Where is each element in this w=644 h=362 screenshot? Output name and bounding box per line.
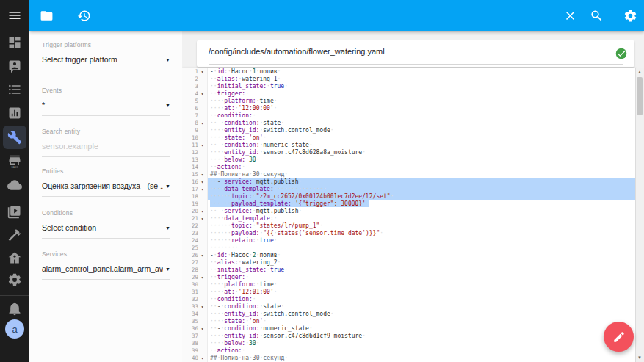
sidebar-item-developer-tools[interactable] xyxy=(6,226,23,244)
line-number: 5 xyxy=(182,98,198,105)
fold-arrow-icon: ▾ xyxy=(198,186,206,193)
code-line[interactable]: 38····below:·30· xyxy=(182,340,636,347)
sidebar-item-media-browser[interactable] xyxy=(6,203,23,220)
code-lines: 1▾-·id:·Насос·1·полив·2··alias:·watering… xyxy=(182,68,636,362)
close-button[interactable] xyxy=(561,7,579,24)
code-line[interactable]: 2··alias:·watering_1· xyxy=(182,76,636,83)
main-content: /config/includes/automation/flower_water… xyxy=(182,31,644,362)
code-line[interactable]: 19······payload_template:·'{"trigger":·3… xyxy=(182,200,636,208)
conditions-select[interactable]: Select condition ▼ xyxy=(42,222,170,234)
events-select[interactable]: * ▼ xyxy=(42,99,170,111)
sidebar-item-home-garden[interactable] xyxy=(6,249,23,267)
code-line[interactable]: 23······payload:·"{{·states('sensor.time… xyxy=(182,230,636,237)
search-entity-input[interactable]: sensor.example xyxy=(42,140,170,152)
fold-spacer xyxy=(198,112,206,120)
code-line[interactable]: 31····at:·'12:01:00'· xyxy=(182,289,636,296)
code-line[interactable]: 15▾##·Полив·на·30·секунд· xyxy=(182,171,636,178)
code-line[interactable]: 36▾··-·condition:·numeric_state· xyxy=(182,325,636,333)
scroll-down-arrow[interactable]: ▼ xyxy=(636,354,643,361)
avatar[interactable]: a xyxy=(5,319,24,339)
menu-icon[interactable] xyxy=(6,7,23,24)
code-line[interactable]: 37····entity_id:·sensor.c47c8d6d1cf9_moi… xyxy=(182,333,636,340)
settings-gear-icon xyxy=(623,9,637,23)
code-line[interactable]: 35····state:·'on'· xyxy=(182,318,636,325)
code-line[interactable]: 24······retain:·true· xyxy=(182,237,636,245)
code-line[interactable]: 6····at:·'12:00:00'· xyxy=(182,105,636,112)
notifications-button[interactable] xyxy=(6,300,23,317)
sidebar-item-overview[interactable] xyxy=(6,34,23,51)
line-number: 27 xyxy=(182,259,198,267)
code-line[interactable]: 7··condition:· xyxy=(182,112,636,120)
logbook-list-icon xyxy=(7,82,22,97)
code-line[interactable]: 34····entity_id:·switch.control_mode· xyxy=(182,311,636,318)
code-line[interactable]: 14··action:· xyxy=(182,164,636,171)
code-line[interactable]: 26▾-·id:·Насос·2·полив· xyxy=(182,252,636,259)
sidebar-item-settings[interactable] xyxy=(6,271,23,289)
field-label: Search entity xyxy=(42,128,170,135)
sidebar-item-logbook[interactable] xyxy=(6,81,23,98)
fold-spacer xyxy=(198,230,206,237)
trigger-platform-select[interactable]: Select trigger platform ▼ xyxy=(42,54,170,65)
services-select[interactable]: alarm_control_panel.alarm_arm_aw ... ▼ xyxy=(42,263,170,275)
folder-button[interactable] xyxy=(37,7,55,24)
code-line[interactable]: 30····platform:·time· xyxy=(182,281,636,289)
line-number: 18 xyxy=(182,193,198,200)
sidebar-item-file-editor[interactable] xyxy=(6,128,23,146)
fold-arrow-icon: ▾ xyxy=(198,355,206,362)
settings-button[interactable] xyxy=(621,7,639,24)
code-line[interactable]: 22······topic:·"states/lr/pump_1"· xyxy=(182,222,636,230)
fold-spacer xyxy=(198,281,206,289)
sidebar-item-map[interactable] xyxy=(6,57,23,75)
search-button[interactable] xyxy=(587,7,605,24)
code-line[interactable]: 5····platform:·time· xyxy=(182,98,636,105)
fold-spacer xyxy=(198,347,206,355)
code-line[interactable]: 12····entity_id:·sensor.c47c8d628a8a_moi… xyxy=(182,149,636,156)
code-line[interactable]: 32··condition:· xyxy=(182,296,636,303)
code-line[interactable]: 3··initial_state:·true· xyxy=(182,83,636,90)
code-line[interactable]: 4▾··trigger:· xyxy=(182,90,636,98)
code-line[interactable]: 20▾··-·service:·mqtt.publish· xyxy=(182,208,636,215)
fold-spacer xyxy=(198,245,206,252)
code-line[interactable]: 40▾##·Полив·на·30·секунд· xyxy=(182,355,636,362)
fold-spacer xyxy=(198,98,206,105)
hacs-label: HACS xyxy=(11,166,18,169)
sidebar-item-cloud[interactable] xyxy=(6,176,23,194)
code-line[interactable]: 27··alias:·watering_2· xyxy=(182,259,636,267)
code-line[interactable]: 28··initial_state:·true· xyxy=(182,267,636,274)
scroll-thumb[interactable] xyxy=(637,77,643,115)
code-line[interactable]: 9····entity_id:·switch.control_mode· xyxy=(182,127,636,134)
sidebar-item-history[interactable] xyxy=(6,104,23,122)
code-line[interactable]: 13····below:·30· xyxy=(182,156,636,164)
file-path-input[interactable]: /config/includes/automation/flower_water… xyxy=(209,47,385,56)
cloud-icon xyxy=(7,178,22,192)
code-line[interactable]: 25········ xyxy=(182,245,636,252)
code-line[interactable]: 11▾··-·condition:·numeric_state· xyxy=(182,142,636,149)
editor-scrollbar[interactable]: ▲ ▼ xyxy=(635,68,644,362)
history-icon xyxy=(77,9,91,23)
notifications-bell-icon xyxy=(7,301,22,316)
fold-spacer xyxy=(198,311,206,318)
pencil-icon xyxy=(612,330,626,344)
code-line[interactable]: 8▾··-·condition:·state· xyxy=(182,120,636,127)
code-line[interactable]: 1▾-·id:·Насос·1·полив· xyxy=(182,68,636,76)
edit-fab-button[interactable] xyxy=(604,322,634,352)
fold-spacer xyxy=(198,296,206,303)
line-number: 17 xyxy=(182,186,198,193)
line-number: 12 xyxy=(182,149,198,156)
entities-select[interactable]: Оценка загрязения воздуха - (se ... ▼ xyxy=(42,180,170,192)
code-line[interactable]: 21▾····data_template:· xyxy=(182,215,636,222)
code-line[interactable]: 39··action:· xyxy=(182,347,636,355)
fold-spacer xyxy=(198,267,206,274)
code-line[interactable]: 17▾····data_template:··············· xyxy=(182,186,636,193)
history-button[interactable] xyxy=(75,7,93,24)
sidebar-item-hacs[interactable]: HACS xyxy=(6,153,23,170)
code-editor[interactable]: 1▾-·id:·Насос·1·полив·2··alias:·watering… xyxy=(182,68,636,362)
field-label: Entities xyxy=(42,167,170,175)
code-line[interactable]: 10····state:·'on'· xyxy=(182,134,636,142)
code-line[interactable]: 18······topic:·"z2m_cc2652/0x00124b001ec… xyxy=(182,193,636,200)
code-line[interactable]: 29▾··trigger:· xyxy=(182,274,636,281)
field-label: Trigger platforms xyxy=(42,41,170,48)
code-line[interactable]: 16▾··-·service:·mqtt.publish· xyxy=(182,178,636,186)
code-line[interactable]: 33▾··-·condition:·state· xyxy=(182,303,636,311)
scroll-up-arrow[interactable]: ▲ xyxy=(636,68,643,76)
